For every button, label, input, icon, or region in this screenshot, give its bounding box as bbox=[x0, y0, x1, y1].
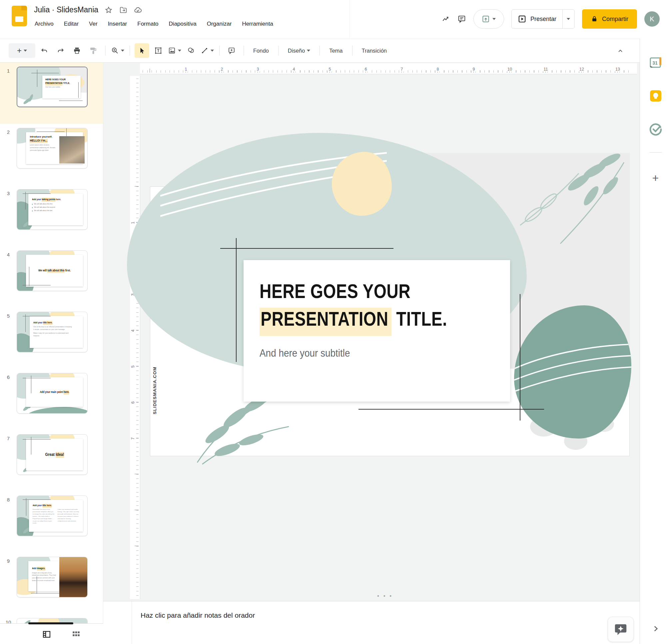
thumb-content: Great Idea! bbox=[26, 439, 83, 471]
slide-page[interactable]: HERE GOES YOUR PRESENTATION TITLE. And h… bbox=[150, 186, 630, 456]
redo-button[interactable] bbox=[53, 43, 68, 58]
menu-insertar[interactable]: Insertar bbox=[107, 18, 128, 29]
thumb-deco-line bbox=[37, 576, 37, 594]
slide-row-9[interactable]: 9 Add images. Images are a big part of a… bbox=[0, 553, 103, 614]
thumb-paragraph: One of the keys to an effective presenta… bbox=[33, 326, 73, 331]
speaker-notes-placeholder: Haz clic para añadir notas del orador bbox=[141, 611, 640, 619]
grid-view-button[interactable] bbox=[70, 628, 82, 640]
speaker-notes-input[interactable]: Haz clic para añadir notas del orador bbox=[131, 601, 640, 644]
menu-ver[interactable]: Ver bbox=[88, 18, 98, 29]
thumb-deco-line bbox=[23, 439, 51, 440]
document-title[interactable]: Julia · SlidesMania bbox=[34, 5, 98, 14]
slide-row-5[interactable]: 5 Add your title here. One of the keys t… bbox=[0, 308, 103, 369]
slide-row-4[interactable]: 4 We will talk about this first. bbox=[0, 246, 103, 308]
insert-shape-button[interactable] bbox=[183, 43, 198, 58]
slide-row-1[interactable]: 1 HERE GOES YOUR PRESENTATION TITLE. And… bbox=[0, 63, 103, 124]
comments-icon[interactable] bbox=[457, 15, 466, 23]
thumb-deco-line bbox=[25, 192, 26, 209]
account-avatar[interactable]: K bbox=[644, 11, 660, 27]
activity-dashboard-icon[interactable] bbox=[441, 15, 450, 23]
slide-thumbnail-2[interactable]: Introduce yourself. HELLO! I’m... Lorem … bbox=[17, 128, 88, 168]
theme-button[interactable]: Tema bbox=[325, 43, 347, 58]
editing-canvas[interactable]: 1 2 3 4 5 6 7 8 9 10 11 12 13 1 2 3 4 5 … bbox=[103, 63, 640, 601]
present-options-caret[interactable] bbox=[562, 9, 574, 29]
layout-label: Diseño bbox=[288, 48, 305, 54]
thumb-content: Add your talking points here. We will ta… bbox=[28, 193, 83, 226]
slides-logo-icon[interactable] bbox=[11, 5, 27, 27]
thumb-deco-line bbox=[23, 316, 51, 316]
menu-organizar[interactable]: Organizar bbox=[206, 18, 232, 29]
paint-format-button[interactable] bbox=[86, 43, 101, 58]
present-to-meeting-button[interactable] bbox=[473, 9, 504, 29]
thumb-bullet: We will talk about this second. bbox=[32, 206, 80, 208]
filmstrip-scrollbar[interactable] bbox=[28, 622, 73, 624]
speaker-notes-panel: Haz clic para añadir notas del orador bbox=[103, 601, 640, 644]
thumb-subtitle: And here your subtitle bbox=[45, 86, 78, 88]
thumb-deco-band bbox=[25, 407, 88, 414]
background-button[interactable]: Fondo bbox=[249, 43, 274, 58]
zoom-button[interactable] bbox=[110, 43, 125, 58]
slide-row-6[interactable]: 6 Add your main point here. bbox=[0, 369, 103, 430]
get-addons-button[interactable]: + bbox=[649, 171, 663, 185]
cloud-saved-icon[interactable] bbox=[134, 6, 142, 14]
menu-herramientas[interactable]: Herramienta bbox=[241, 18, 274, 29]
print-button[interactable] bbox=[69, 43, 84, 58]
slide-thumbnail-3[interactable]: Add your talking points here. We will ta… bbox=[17, 189, 88, 230]
slide-number: 7 bbox=[0, 434, 17, 491]
move-folder-icon[interactable] bbox=[119, 6, 128, 14]
toolbar-divider bbox=[352, 46, 353, 56]
title-text-box[interactable]: HERE GOES YOUR PRESENTATION TITLE. And h… bbox=[243, 260, 510, 402]
calendar-icon[interactable]: 31 bbox=[649, 56, 663, 69]
insert-line-button[interactable] bbox=[200, 43, 215, 58]
slide-thumbnail-6[interactable]: Add your main point here. bbox=[17, 373, 88, 414]
thumb-deco-line bbox=[59, 101, 83, 101]
presentation-subtitle[interactable]: And here your subtitle bbox=[259, 347, 485, 359]
text-box-button[interactable] bbox=[151, 43, 166, 58]
slide-thumbnail-5[interactable]: Add your title here. One of the keys to … bbox=[17, 312, 88, 352]
notes-resize-handle[interactable]: • • • bbox=[377, 593, 393, 600]
collapse-toolbar-button[interactable] bbox=[613, 43, 628, 58]
slide-deco-cropline bbox=[236, 238, 237, 362]
insert-image-button[interactable] bbox=[167, 43, 182, 58]
toolbar-divider bbox=[319, 46, 320, 56]
thumb-deco-line bbox=[29, 267, 29, 286]
slide-row-10[interactable]: 10 bbox=[0, 614, 103, 623]
star-icon[interactable] bbox=[104, 6, 113, 14]
toolbar-divider bbox=[243, 46, 244, 56]
slide-thumbnail-8[interactable]: Add your title here. Remember that most … bbox=[17, 495, 88, 536]
slide-thumbnail-7[interactable]: Great Idea! bbox=[17, 434, 88, 475]
slidesmania-watermark: SLIDESMANIA.COM bbox=[152, 366, 157, 414]
slide-row-7[interactable]: 7 Great Idea! bbox=[0, 430, 103, 491]
transition-button[interactable]: Transición bbox=[357, 43, 392, 58]
menu-editar[interactable]: Editar bbox=[63, 18, 79, 29]
insert-comment-button[interactable] bbox=[224, 43, 239, 58]
menu-formato[interactable]: Formato bbox=[137, 18, 159, 29]
layout-button[interactable]: Diseño bbox=[283, 43, 315, 58]
slide-thumbnail-4[interactable]: We will talk about this first. bbox=[17, 250, 88, 291]
thumb-photo-beach bbox=[59, 557, 87, 597]
thumb-photo-portrait bbox=[59, 136, 85, 164]
toolbar-divider bbox=[105, 46, 106, 56]
slide-row-3[interactable]: 3 Add your talking points here. We will … bbox=[0, 185, 103, 246]
keep-icon[interactable] bbox=[649, 89, 663, 103]
filmstrip-view-button[interactable] bbox=[41, 628, 53, 640]
slide-row-2[interactable]: 2 Introduce yourself. HELLO! I’m... Lore… bbox=[0, 124, 103, 185]
slide-row-8[interactable]: 8 Add your title here. Remember that mos… bbox=[0, 491, 103, 553]
explore-button[interactable] bbox=[608, 617, 634, 642]
app-header: Julia · SlidesMania Archivo bbox=[0, 0, 671, 39]
slide-number: 1 bbox=[0, 67, 17, 124]
tasks-icon[interactable] bbox=[649, 122, 663, 136]
thumb-column-left: Remember that most of our presentation t… bbox=[33, 508, 55, 525]
menu-archivo[interactable]: Archivo bbox=[34, 18, 54, 29]
slide-thumbnail-1[interactable]: HERE GOES YOUR PRESENTATION TITLE. And h… bbox=[17, 67, 88, 107]
select-tool-button[interactable] bbox=[135, 43, 149, 58]
hide-side-panel-button[interactable] bbox=[649, 622, 663, 636]
share-button[interactable]: Compartir bbox=[582, 9, 637, 29]
present-button[interactable]: Presentar bbox=[511, 9, 575, 29]
slide-thumbnail-9[interactable]: Add images. Images are a big part of any… bbox=[17, 557, 88, 597]
new-slide-button[interactable]: + bbox=[9, 43, 35, 58]
undo-button[interactable] bbox=[37, 43, 52, 58]
slide-number: 5 bbox=[0, 312, 17, 369]
menu-diapositiva[interactable]: Diapositiva bbox=[168, 18, 197, 29]
thumb-deco-line bbox=[26, 498, 26, 516]
